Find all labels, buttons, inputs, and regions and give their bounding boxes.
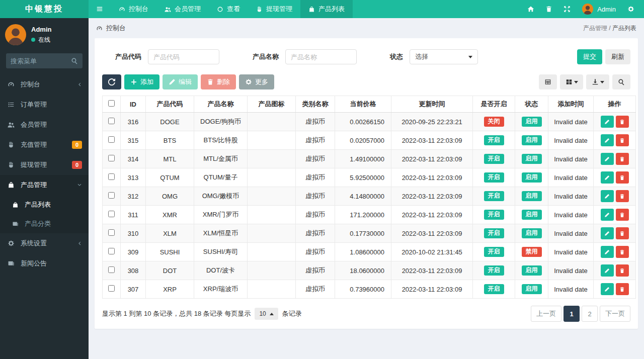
row-edit-button[interactable] [601,153,614,165]
delete-button[interactable]: 删除 [201,74,236,89]
sidebar-item-news[interactable]: 新闻公告 [0,253,89,274]
row-checkbox[interactable] [108,229,115,236]
status-badge[interactable]: 启用 [522,284,542,294]
nav-item-withdraw[interactable]: 提现管理 [248,0,300,18]
row-delete-button[interactable] [616,264,629,277]
row-delete-button[interactable] [616,209,629,221]
sidebar-item-dashboard[interactable]: 控制台 [0,74,89,95]
sidebar-item-withdraw[interactable]: 提现管理0 [0,155,89,175]
row-delete-button[interactable] [616,190,629,202]
toggle-view-button[interactable] [539,74,557,89]
sidebar-user-name: Admin [31,26,51,33]
row-delete-button[interactable] [616,227,629,239]
row-checkbox[interactable] [108,155,115,161]
row-delete-button[interactable] [616,153,629,165]
status-badge[interactable]: 启用 [522,228,542,238]
columns-button[interactable] [560,74,583,89]
open-state-badge[interactable]: 开启 [484,210,504,219]
row-edit-button[interactable] [601,171,614,184]
refresh-button[interactable]: 刷新 [605,49,630,64]
row-edit-button[interactable] [601,264,614,277]
open-state-badge[interactable]: 开启 [484,135,504,145]
row-checkbox[interactable] [108,136,115,143]
row-edit-button[interactable] [601,116,614,128]
page-size-select[interactable]: 10 [255,308,278,320]
sidebar-item-members[interactable]: 会员管理 [0,115,89,135]
table-refresh-button[interactable] [102,74,121,89]
row-edit-button[interactable] [601,209,614,221]
page-button-2[interactable]: 2 [582,306,598,322]
row-checkbox[interactable] [108,285,115,292]
row-edit-button[interactable] [601,227,614,239]
cell-code: DOT [146,261,194,280]
open-state-badge[interactable]: 开启 [484,172,504,182]
row-checkbox[interactable] [108,173,115,180]
product-name-input[interactable] [285,49,357,64]
edit-button[interactable]: 编辑 [163,74,198,89]
row-checkbox[interactable] [108,266,115,273]
menu-search-input[interactable] [11,57,71,65]
row-delete-button[interactable] [616,283,629,295]
next-page-button[interactable]: 下一页 [600,306,630,322]
row-checkbox[interactable] [108,211,115,217]
row-checkbox[interactable] [108,248,115,254]
prev-page-button[interactable]: 上一页 [531,306,561,322]
open-state-badge[interactable]: 开启 [484,265,504,275]
nav-item-view[interactable]: 查看 [209,0,248,18]
row-checkbox[interactable] [108,118,115,124]
row-checkbox[interactable] [108,192,115,199]
row-delete-button[interactable] [616,246,629,258]
page-button-1[interactable]: 1 [564,306,580,322]
nav-item-members[interactable]: 会员管理 [156,0,209,18]
clear-cache-button[interactable] [540,0,558,18]
row-delete-button[interactable] [616,116,629,128]
sidebar-toggle-button[interactable] [89,0,111,18]
row-delete-button[interactable] [616,134,629,146]
status-badge[interactable]: 启用 [522,210,542,219]
open-state-badge[interactable]: 关闭 [484,117,504,126]
breadcrumb-parent[interactable]: 产品管理 [583,25,607,32]
sidebar-item-recharge[interactable]: 充值管理0 [0,135,89,155]
avatar [5,24,26,45]
open-state-badge[interactable]: 开启 [484,247,504,256]
cell-category: 虚拟币 [296,131,335,150]
open-state-badge[interactable]: 开启 [484,228,504,238]
row-delete-button[interactable] [616,171,629,184]
nav-item-product-list[interactable]: 产品列表 [300,0,353,18]
row-edit-button[interactable] [601,134,614,146]
nav-item-dashboard[interactable]: 控制台 [111,0,156,18]
export-button[interactable] [586,74,609,89]
open-state-badge[interactable]: 开启 [484,191,504,201]
sidebar-item-product-list[interactable]: 产品列表 [0,195,89,214]
open-state-badge[interactable]: 开启 [484,284,504,294]
table-search-button[interactable] [612,74,630,89]
home-button[interactable] [522,0,540,18]
submit-button[interactable]: 提交 [577,49,602,64]
open-state-badge[interactable]: 开启 [484,154,504,163]
status-badge[interactable]: 启用 [522,135,542,145]
status-badge[interactable]: 启用 [522,154,542,163]
select-all-checkbox[interactable] [108,100,115,107]
row-edit-button[interactable] [601,246,614,258]
cell-added: Invalid date [548,113,594,131]
status-badge[interactable]: 启用 [522,117,542,126]
sidebar-item-product-category[interactable]: 产品分类 [0,214,89,233]
status-badge[interactable]: 禁用 [522,247,542,256]
search-icon[interactable] [71,57,78,64]
settings-button[interactable] [622,0,640,18]
more-button[interactable]: 更多 [239,74,274,89]
status-select[interactable]: 选择 [410,49,478,64]
fullscreen-button[interactable] [558,0,576,18]
sidebar-item-settings[interactable]: 系统设置 [0,233,89,253]
row-edit-button[interactable] [601,190,614,202]
status-badge[interactable]: 启用 [522,265,542,275]
status-badge[interactable]: 启用 [522,172,542,182]
brand-logo[interactable]: 中银慧投 [0,0,89,18]
user-menu[interactable]: Admin [576,4,622,15]
sidebar-item-products[interactable]: 产品管理 [0,175,89,195]
add-button[interactable]: 添加 [124,74,159,89]
row-edit-button[interactable] [601,283,614,295]
product-code-input[interactable] [148,49,219,64]
status-badge[interactable]: 启用 [522,191,542,201]
sidebar-item-orders[interactable]: 订单管理 [0,95,89,115]
